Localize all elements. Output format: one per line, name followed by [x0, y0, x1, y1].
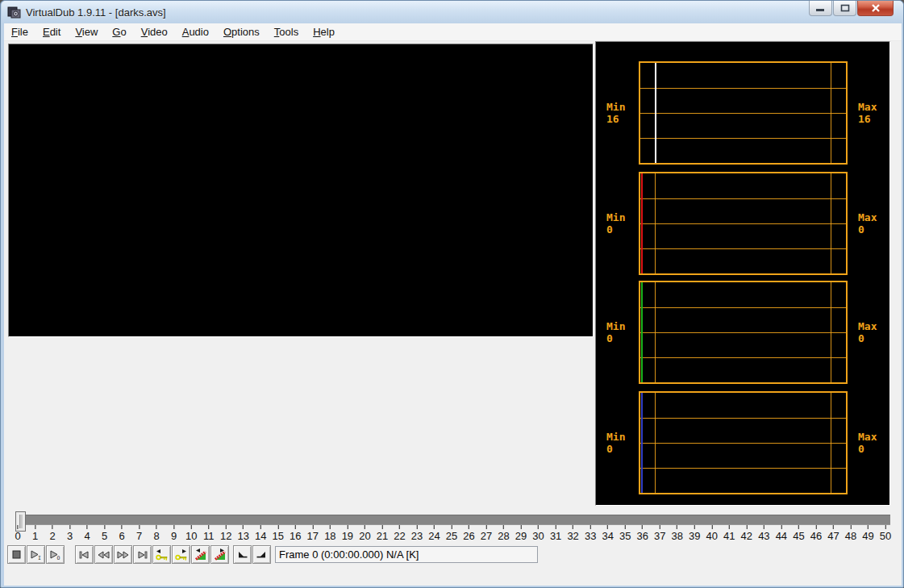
- ruler-number-1: 1: [32, 525, 38, 542]
- play-input-button[interactable]: I: [27, 545, 45, 564]
- hist-blue-box: [639, 391, 848, 494]
- hist-green-box: [639, 281, 848, 384]
- ruler-number-25: 25: [446, 525, 457, 542]
- hist-red-min-label: Min0: [606, 212, 625, 236]
- ruler-number-10: 10: [185, 525, 197, 542]
- minimize-button[interactable]: [809, 1, 832, 16]
- content-area: AVD: 16Scale: 2057.0 Min16Max16Min0Max0M…: [4, 41, 902, 586]
- maximize-button[interactable]: [833, 1, 856, 16]
- play-output-button[interactable]: O: [46, 545, 65, 564]
- ruler-number-29: 29: [515, 525, 527, 542]
- frame-status-field: Frame 0 (0:00:00.000) N/A [K]: [275, 546, 538, 563]
- ruler-number-48: 48: [845, 525, 856, 542]
- menu-options[interactable]: Options: [216, 24, 267, 40]
- ruler-number-40: 40: [706, 525, 718, 542]
- go-end-button[interactable]: [133, 545, 152, 564]
- ruler-number-9: 9: [171, 525, 177, 542]
- prev-scene-button[interactable]: [191, 545, 210, 564]
- hist-luma-min-label: Min16: [606, 102, 625, 126]
- hist-row-green: Min0Max0: [596, 281, 889, 384]
- close-button[interactable]: [857, 1, 894, 16]
- ruler-number-20: 20: [359, 525, 370, 542]
- menu-file[interactable]: File: [4, 24, 35, 40]
- menu-tools[interactable]: Tools: [267, 24, 306, 40]
- hist-red-box: [639, 172, 848, 275]
- prev-keyframe-button[interactable]: [152, 545, 171, 564]
- histogram-header: AVD: 16Scale: 2057.0: [639, 48, 839, 60]
- ruler-number-6: 6: [119, 525, 124, 542]
- menu-video[interactable]: Video: [134, 24, 175, 40]
- ruler-number-4: 4: [84, 525, 90, 542]
- ruler-number-24: 24: [428, 525, 440, 542]
- seek-track[interactable]: [20, 515, 890, 525]
- stop-button[interactable]: [7, 545, 26, 564]
- hist-blue-min-label: Min0: [606, 432, 625, 456]
- toolbar-group-2: [75, 545, 230, 564]
- hist-green-max-label: Max0: [858, 321, 877, 345]
- forward-button[interactable]: [114, 545, 132, 564]
- hist-red-max-label: Max0: [858, 212, 877, 236]
- hist-row-luma: Min16Max16: [596, 61, 889, 165]
- app-window: VirtualDub 1.9.11 - [darks.avs] FileEdit…: [0, 0, 904, 588]
- prev-keyframe-icon: [155, 548, 169, 561]
- hist-row-red: Min0Max0: [596, 172, 889, 275]
- ruler-number-11: 11: [203, 525, 215, 542]
- forward-icon: [116, 548, 130, 561]
- backward-button[interactable]: [94, 545, 113, 564]
- ruler-number-37: 37: [654, 525, 665, 542]
- hist-green-min-label: Min0: [606, 321, 625, 345]
- ruler-number-14: 14: [255, 525, 266, 542]
- mark-out-icon: [255, 548, 269, 561]
- ruler-number-23: 23: [411, 525, 423, 542]
- ruler-number-3: 3: [67, 525, 73, 542]
- ruler-number-8: 8: [154, 525, 160, 542]
- menu-edit[interactable]: Edit: [35, 24, 68, 40]
- ruler-number-33: 33: [585, 525, 596, 542]
- ruler-number-5: 5: [102, 525, 107, 542]
- stop-icon: [10, 548, 23, 561]
- go-start-button[interactable]: [75, 545, 94, 564]
- hist-luma-box: [639, 61, 848, 165]
- mark-in-button[interactable]: [233, 545, 252, 564]
- menu-view[interactable]: View: [68, 24, 105, 40]
- svg-text:I: I: [38, 555, 41, 561]
- ruler-number-13: 13: [238, 525, 249, 542]
- ruler-number-7: 7: [136, 525, 142, 542]
- go-start-icon: [77, 548, 91, 561]
- hist-green-spike: [641, 282, 643, 382]
- ruler-number-22: 22: [394, 525, 405, 542]
- ruler-number-43: 43: [758, 525, 769, 542]
- frame-ruler: 0123456789101112131415161718192021222324…: [18, 525, 889, 544]
- title-bar[interactable]: VirtualDub 1.9.11 - [darks.avs]: [2, 1, 903, 23]
- hist-red-spike: [641, 173, 643, 273]
- window-title: VirtualDub 1.9.11 - [darks.avs]: [26, 6, 166, 19]
- prev-scene-icon: [194, 548, 207, 561]
- ruler-number-19: 19: [342, 525, 353, 542]
- ruler-number-30: 30: [532, 525, 544, 542]
- virtualdub-app-icon: [7, 6, 21, 19]
- menu-help[interactable]: Help: [306, 24, 342, 40]
- ruler-number-12: 12: [220, 525, 231, 542]
- next-keyframe-button[interactable]: [172, 545, 190, 564]
- next-scene-button[interactable]: [210, 545, 229, 564]
- histogram-avd-readout: AVD: 16: [639, 48, 683, 60]
- ruler-number-18: 18: [324, 525, 335, 542]
- hist-row-blue: Min0Max0: [596, 391, 889, 494]
- hist-luma-max-label: Max16: [858, 102, 877, 126]
- next-scene-icon: [213, 548, 227, 561]
- ruler-number-42: 42: [741, 525, 752, 542]
- mark-in-icon: [235, 548, 249, 561]
- ruler-number-49: 49: [862, 525, 873, 542]
- ruler-number-32: 32: [567, 525, 578, 542]
- menu-go[interactable]: Go: [105, 24, 133, 40]
- mark-out-button[interactable]: [252, 545, 271, 564]
- ruler-number-44: 44: [776, 525, 787, 542]
- ruler-number-38: 38: [672, 525, 683, 542]
- svg-text:O: O: [57, 555, 60, 561]
- play-output-icon: O: [48, 548, 62, 561]
- menu-audio[interactable]: Audio: [175, 24, 216, 40]
- go-end-icon: [135, 548, 149, 561]
- ruler-number-15: 15: [273, 525, 284, 542]
- ruler-number-2: 2: [49, 525, 55, 542]
- ruler-number-16: 16: [290, 525, 301, 542]
